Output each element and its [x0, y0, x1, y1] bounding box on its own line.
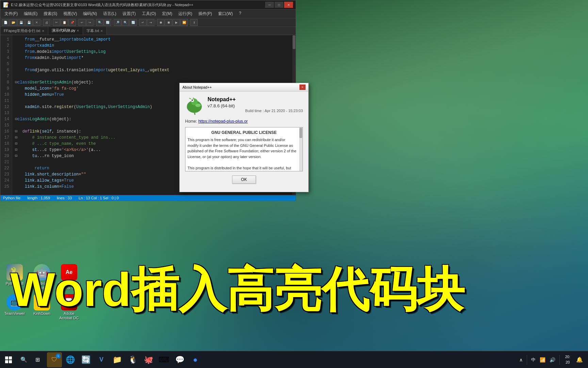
- taskbar-icon-github[interactable]: 🐙: [141, 352, 156, 367]
- menu-plugins[interactable]: 插件(P): [196, 10, 215, 17]
- close-button[interactable]: ✕: [284, 2, 293, 8]
- tray-keyboard-lang[interactable]: 中: [530, 355, 537, 364]
- taskbar-icon-folder[interactable]: 📁: [110, 352, 125, 367]
- tb-paste[interactable]: 📌: [68, 19, 76, 26]
- tb-about[interactable]: ℹ: [190, 19, 198, 26]
- tb-indent[interactable]: ⇥: [147, 19, 154, 26]
- code-line-5: [15, 61, 290, 67]
- tb-macro-rec[interactable]: ⏺: [157, 19, 164, 26]
- menu-view[interactable]: 视图(V): [61, 10, 80, 17]
- adobe-label: Adobe Digital Edi...: [57, 281, 81, 290]
- tab-subtitle[interactable]: 字幕.txt ✕: [83, 27, 107, 35]
- desktop-icon-android[interactable]: 🤖 Android Studio: [30, 264, 54, 290]
- tray-wifi[interactable]: 📶: [538, 356, 547, 364]
- taskbar-icon-ubuntu[interactable]: 🐧: [125, 352, 140, 367]
- start-button[interactable]: [0, 351, 17, 368]
- tb-redo[interactable]: ↪: [86, 19, 94, 26]
- tb-save[interactable]: 💾: [17, 19, 25, 26]
- menu-help[interactable]: ?: [236, 10, 244, 17]
- desktop-icon-acrobat[interactable]: 📄 Adobe Acrobat DC: [57, 294, 81, 320]
- tray-divider-2: [559, 355, 560, 365]
- tb-find[interactable]: 🔍: [96, 19, 103, 26]
- about-license-text: This program is free software; you can r…: [187, 137, 300, 171]
- menu-run[interactable]: 运行(R): [176, 10, 195, 17]
- menu-encoding[interactable]: 编码(N): [80, 10, 100, 17]
- tb-zoom-in[interactable]: 🔎: [114, 19, 121, 26]
- tb-undo[interactable]: ↩: [78, 19, 86, 26]
- menu-search[interactable]: 搜索(S): [41, 10, 60, 17]
- taskbar-icon-wechat[interactable]: 💬: [172, 352, 187, 367]
- desktop-icon-row-1: 🐍 Python 3.8 🤖 Android Studio Ae Adobe D…: [0, 264, 95, 290]
- tab-ffapeg-close[interactable]: ✕: [42, 29, 45, 33]
- tb-open[interactable]: 📂: [10, 19, 17, 26]
- tb-macro-play[interactable]: ▶: [173, 19, 180, 26]
- tb-saveall[interactable]: 💾: [25, 19, 33, 26]
- tb-cut[interactable]: ✂: [53, 19, 60, 26]
- about-license-box[interactable]: GNU GENERAL PUBLIC LICENSE This program …: [185, 127, 303, 171]
- toolbar-sep-4: [95, 19, 95, 26]
- tb-new[interactable]: 📄: [2, 19, 9, 26]
- tb-close[interactable]: ✕: [33, 19, 40, 26]
- tab-demo-close[interactable]: ✕: [77, 29, 79, 32]
- toolbar-sep-6: [138, 19, 138, 26]
- menu-tools[interactable]: 工具(O): [139, 10, 159, 17]
- notification-area-button[interactable]: 🔔: [574, 351, 585, 368]
- taskbar-icon-edge[interactable]: 🌐: [63, 352, 78, 367]
- acrobat-label: Adobe Acrobat DC: [57, 311, 81, 320]
- status-lines: lines : 33: [57, 196, 72, 200]
- tb-copy[interactable]: 📋: [61, 19, 68, 26]
- tab-demo[interactable]: 演示代码块.py ✕: [48, 27, 83, 35]
- about-home-url[interactable]: https://notepad-plus-plus.or: [198, 119, 248, 124]
- notification-icon: 🔔: [576, 356, 583, 363]
- about-dialog-titlebar: About Notepad++ ✕: [180, 83, 308, 92]
- about-ok-area: OK: [185, 175, 303, 187]
- tray-chevron[interactable]: ∧: [518, 356, 524, 364]
- desktop-icon-python[interactable]: 🐍 Python 3.8: [3, 264, 27, 290]
- toolbar-sep-1: [42, 19, 42, 26]
- tb-sync[interactable]: 🔃: [129, 19, 137, 26]
- tb-macro-run[interactable]: ⏩: [180, 19, 188, 26]
- tb-wrap[interactable]: ↵: [139, 19, 147, 26]
- python-label: Python 3.8: [6, 281, 24, 286]
- license-scrollbar-thumb[interactable]: [299, 128, 302, 138]
- about-ok-button[interactable]: OK: [232, 175, 256, 184]
- minimize-button[interactable]: ─: [265, 2, 274, 8]
- task-view-button[interactable]: ⊞: [31, 351, 44, 368]
- menu-language[interactable]: 语言(L): [100, 10, 119, 17]
- taskbar-icon-terminal[interactable]: ⌨: [157, 352, 172, 367]
- desktop-icon-adobe[interactable]: Ae Adobe Digital Edi...: [57, 264, 81, 290]
- toolbar-sep-5: [112, 19, 113, 26]
- tab-ffapeg[interactable]: FFapeg常用命令行.txt ✕: [0, 27, 48, 35]
- folder-icon: 📁: [113, 355, 122, 364]
- taskbar-icon-refresh[interactable]: 🔄: [78, 352, 93, 367]
- taskbar-icon-v[interactable]: V: [94, 352, 109, 367]
- menu-window[interactable]: 窗口(W): [215, 10, 235, 17]
- toolbar-sep-3: [77, 19, 77, 26]
- tray-volume[interactable]: 🔊: [548, 356, 557, 364]
- notepad-tabs: FFapeg常用命令行.txt ✕ 演示代码块.py ✕ 字幕.txt ✕: [0, 27, 296, 35]
- taskbar-icon-shield[interactable]: 🛡 1: [47, 352, 62, 367]
- tb-replace[interactable]: 🔄: [104, 19, 111, 26]
- license-scrollbar[interactable]: [299, 127, 303, 171]
- maximize-button[interactable]: □: [275, 2, 283, 8]
- tab-ffapeg-label: FFapeg常用命令行.txt: [4, 28, 40, 33]
- about-license-title: GNU GENERAL PUBLIC LICENSE: [187, 129, 300, 136]
- menu-edit[interactable]: 编辑(E): [21, 10, 40, 17]
- notepad-scrollbar-thumb[interactable]: [293, 35, 295, 49]
- menu-file[interactable]: 文件(F): [2, 10, 20, 17]
- about-app-info: Notepad++ v7.8.6 (64-bit): [208, 96, 303, 108]
- tab-subtitle-close[interactable]: ✕: [100, 29, 103, 33]
- desktop-icon-kinhdown[interactable]: ⚡ KinhDown: [30, 294, 54, 320]
- desktop-icon-teamviewer[interactable]: 📺 TeamViewer: [3, 294, 27, 320]
- taskbar-icon-chrome[interactable]: ●: [188, 352, 203, 367]
- menu-settings[interactable]: 设置(T): [120, 10, 138, 17]
- tab-demo-label: 演示代码块.py: [52, 28, 76, 33]
- tb-print[interactable]: 🖨: [43, 19, 50, 26]
- tb-macro-stop[interactable]: ⏹: [165, 19, 172, 26]
- about-close-button[interactable]: ✕: [299, 85, 306, 90]
- tb-zoom-out[interactable]: 🔍: [121, 19, 129, 26]
- taskbar-search-button[interactable]: 🔍: [17, 351, 31, 368]
- about-dialog: About Notepad++ ✕ Build time : Apr 21 20…: [179, 83, 309, 192]
- taskbar-clock[interactable]: 20: 20: [562, 353, 573, 366]
- menu-macro[interactable]: 宏(M): [159, 10, 175, 17]
